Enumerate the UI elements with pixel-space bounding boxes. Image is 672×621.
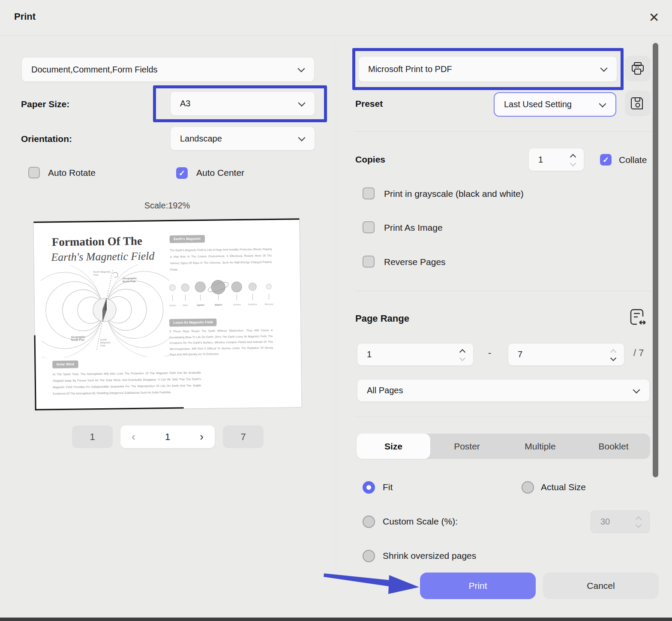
grayscale-checkbox[interactable]	[363, 187, 375, 199]
preview-section1-badge: Earth's Magnetic	[170, 235, 205, 243]
page-range-from-stepper[interactable]: 1	[357, 343, 474, 366]
tab-size-label[interactable]: Size	[357, 434, 430, 459]
layout-tabs: Size Poster Multiple Booklet	[357, 434, 650, 459]
cancel-button[interactable]: Cancel	[543, 573, 659, 599]
last-page-button[interactable]: 7	[223, 425, 264, 448]
preset-value: Last Used Setting	[504, 99, 572, 109]
tab-booklet[interactable]: Booklet	[577, 434, 650, 459]
preview-label-geo-south: Geographic South Pole	[71, 335, 91, 342]
scan-edge-artifact	[34, 335, 36, 410]
chevron-down-icon	[633, 386, 640, 393]
current-page-number: 1	[165, 431, 170, 443]
stepper-up-icon[interactable]	[459, 349, 465, 355]
arrow-annotation	[321, 570, 421, 596]
auto-rotate-checkbox[interactable]	[28, 167, 40, 178]
custom-scale-value: 30	[600, 517, 610, 527]
auto-center-label: Auto Center	[196, 168, 244, 178]
printer-select[interactable]: Microsoft Print to PDF	[358, 56, 617, 82]
stepper-up-icon[interactable]	[610, 349, 616, 355]
preview-section3-text: At The Same Time, The Atmosphere Will Al…	[53, 369, 201, 397]
chevron-down-icon	[600, 65, 608, 72]
first-page-button[interactable]: 1	[72, 425, 113, 448]
planet-label: Mars	[183, 304, 189, 306]
auto-rotate-label: Auto Rotate	[48, 168, 96, 178]
planets-diagram: Venus Mars Jupiter Saturn Uranus Neptune…	[167, 279, 276, 309]
preview-doc-title-line2: Earth's Magnetic Field	[51, 250, 154, 264]
preview-section2-text: If These Rays Reach The Earth Without Ob…	[169, 327, 273, 357]
copies-stepper[interactable]: 1	[528, 148, 584, 171]
page-range-separator: -	[488, 347, 491, 359]
paper-size-select[interactable]: A3	[170, 91, 315, 116]
page-range-label: Page Range	[355, 313, 409, 324]
page-range-icon	[628, 307, 647, 329]
print-button-label: Print	[468, 581, 487, 591]
custom-scale-stepper[interactable]: 30	[591, 510, 650, 533]
shrink-oversized-radio[interactable]	[363, 550, 375, 562]
preset-label: Preset	[355, 99, 383, 109]
page-range-to-value: 7	[518, 350, 522, 359]
planet-label: Uranus	[233, 303, 241, 306]
printer-properties-button[interactable]	[625, 56, 651, 81]
page-total-readout: / 7	[633, 347, 644, 359]
fit-label: Fit	[383, 482, 393, 492]
prev-page-icon[interactable]: ‹	[132, 430, 135, 443]
custom-range-button[interactable]	[628, 307, 647, 330]
page-range-from-value: 1	[367, 350, 372, 359]
preview-section3-badge: Solar Wind	[52, 361, 78, 368]
stepper-down-icon[interactable]	[459, 355, 465, 361]
panel-divider	[336, 43, 336, 570]
paper-size-label: Paper Size:	[21, 99, 69, 109]
tab-poster[interactable]: Poster	[430, 434, 504, 459]
reverse-pages-label: Reverse Pages	[384, 257, 446, 267]
printer-value: Microsoft Print to PDF	[368, 64, 452, 74]
actual-size-label: Actual Size	[541, 482, 586, 492]
dialog-titlebar: Print ✕	[0, 0, 672, 36]
auto-center-checkbox[interactable]: ✓	[176, 167, 188, 179]
page-navigator: ‹ 1 ›	[120, 425, 215, 448]
preview-label-south-magnetic: South Magnetic Pole	[100, 338, 116, 347]
planet-label: Neptune	[248, 303, 257, 305]
orientation-select[interactable]: Landscape	[170, 127, 315, 151]
actual-size-radio[interactable]	[522, 481, 534, 494]
planet-label: Mercury	[265, 303, 273, 305]
stepper-up-icon[interactable]	[570, 154, 576, 160]
close-icon[interactable]: ✕	[645, 8, 663, 27]
reverse-pages-checkbox[interactable]	[363, 256, 375, 268]
custom-scale-radio[interactable]	[363, 515, 375, 528]
orientation-value: Landscape	[180, 134, 222, 144]
preset-select[interactable]: Last Used Setting	[494, 92, 616, 117]
page-subset-select[interactable]: All Pages	[357, 379, 650, 402]
section-divider	[355, 131, 651, 132]
print-as-image-checkbox[interactable]	[363, 221, 375, 233]
preview-section2-badge: Loses Its Magnetic Field	[169, 319, 217, 326]
cancel-button-label: Cancel	[587, 581, 615, 591]
print-content-value: Document,Comment,Form Fields	[31, 65, 158, 75]
planet-label: Venus	[169, 304, 176, 307]
print-button[interactable]: Print	[420, 573, 536, 599]
copies-label: Copies	[355, 154, 385, 165]
fit-radio[interactable]	[363, 481, 375, 494]
check-icon: ✓	[179, 169, 185, 178]
preview-label-geo-north: Geographic North Pole	[123, 277, 142, 283]
print-preview-page: Formation Of The Earth's Magnetic Field …	[33, 218, 301, 410]
page-range-to-stepper[interactable]: 7	[508, 343, 624, 366]
tab-multiple[interactable]: Multiple	[504, 434, 577, 459]
save-preset-button[interactable]	[625, 90, 651, 116]
next-page-icon[interactable]: ›	[200, 430, 204, 443]
copies-value: 1	[538, 155, 543, 165]
chevron-down-icon	[298, 65, 305, 72]
planet-label: Saturn	[215, 303, 222, 306]
print-content-select[interactable]: Document,Comment,Form Fields	[21, 57, 315, 82]
printer-icon	[630, 61, 645, 76]
stepper-down-icon[interactable]	[610, 355, 616, 361]
first-page-number: 1	[90, 431, 95, 443]
scrollbar-thumb[interactable]	[653, 43, 658, 477]
stepper-down-icon[interactable]	[570, 160, 576, 166]
dialog-title: Print	[14, 11, 36, 22]
page-subset-value: All Pages	[367, 386, 403, 395]
shrink-oversized-label: Shrink oversized pages	[383, 551, 476, 561]
collate-checkbox[interactable]: ✓	[600, 154, 612, 166]
check-icon: ✓	[603, 155, 609, 165]
section-divider	[355, 416, 651, 417]
custom-scale-label: Custom Scale (%):	[383, 516, 458, 527]
